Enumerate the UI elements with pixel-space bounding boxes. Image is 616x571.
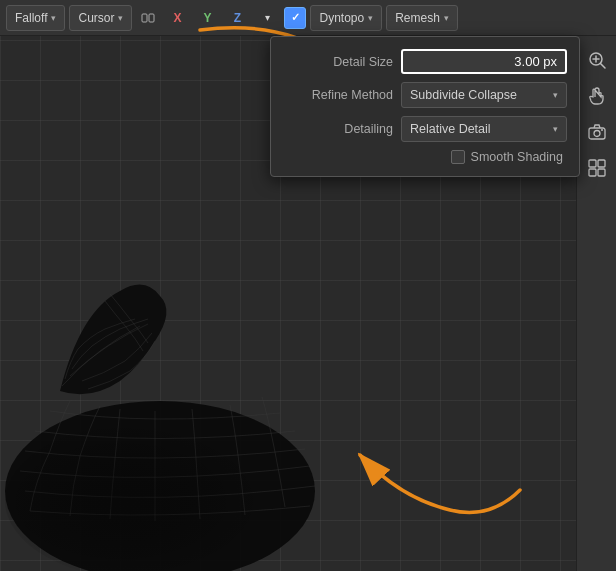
detailing-row: Detailing Relative Detail ▾: [271, 112, 579, 146]
refine-method-chevron-icon: ▾: [553, 90, 558, 100]
symmetry-icon[interactable]: [136, 5, 160, 31]
toolbar: Falloff ▾ Cursor ▾ X Y Z ▾ ✓ Dyntopo ▾ R…: [0, 0, 616, 36]
right-sidebar: [576, 36, 616, 571]
falloff-label: Falloff: [15, 11, 47, 25]
remesh-dropdown[interactable]: Remesh ▾: [386, 5, 458, 31]
svg-point-9: [594, 131, 600, 137]
svg-rect-14: [598, 169, 605, 176]
extra-chevron-icon: ▾: [265, 12, 270, 23]
refine-method-select[interactable]: Subdivide Collapse ▾: [401, 82, 567, 108]
z-axis-btn[interactable]: Z: [224, 5, 250, 31]
detailing-value: Relative Detail: [410, 122, 491, 136]
falloff-chevron-icon: ▾: [51, 13, 56, 23]
z-label: Z: [234, 11, 241, 25]
detail-size-value-container: [401, 49, 567, 74]
detailing-value-container: Relative Detail ▾: [401, 116, 567, 142]
cursor-label: Cursor: [78, 11, 114, 25]
zoom-button[interactable]: [581, 44, 613, 76]
falloff-dropdown[interactable]: Falloff ▾: [6, 5, 65, 31]
cursor-dropdown[interactable]: Cursor ▾: [69, 5, 132, 31]
svg-point-10: [601, 129, 603, 131]
detailing-label: Detailing: [283, 122, 393, 136]
detail-size-label: Detail Size: [283, 55, 393, 69]
detail-size-row: Detail Size: [271, 45, 579, 78]
refine-method-value-container: Subdivide Collapse ▾: [401, 82, 567, 108]
refine-method-value: Subdivide Collapse: [410, 88, 517, 102]
svg-rect-11: [589, 160, 596, 167]
remesh-chevron-icon: ▾: [444, 13, 449, 23]
dyntopo-panel: Detail Size Refine Method Subdivide Coll…: [270, 36, 580, 177]
camera-button[interactable]: [581, 116, 613, 148]
x-label: X: [173, 11, 181, 25]
grid-button[interactable]: [581, 152, 613, 184]
hand-button[interactable]: [581, 80, 613, 112]
refine-method-row: Refine Method Subdivide Collapse ▾: [271, 78, 579, 112]
svg-rect-12: [598, 160, 605, 167]
dyntopo-chevron-icon: ▾: [368, 13, 373, 23]
y-axis-btn[interactable]: Y: [194, 5, 220, 31]
svg-rect-2: [142, 14, 147, 22]
extra-options-btn[interactable]: ▾: [254, 5, 280, 31]
smooth-shading-label: Smooth Shading: [471, 150, 563, 164]
svg-rect-13: [589, 169, 596, 176]
y-label: Y: [203, 11, 211, 25]
smooth-shading-row: Smooth Shading: [271, 146, 579, 168]
cursor-chevron-icon: ▾: [118, 13, 123, 23]
svg-rect-3: [149, 14, 154, 22]
svg-line-5: [600, 64, 605, 69]
dyntopo-dropdown[interactable]: Dyntopo ▾: [310, 5, 382, 31]
remesh-label: Remesh: [395, 11, 440, 25]
detailing-chevron-icon: ▾: [553, 124, 558, 134]
dyntopo-checkbox[interactable]: ✓: [284, 7, 306, 29]
check-icon: ✓: [291, 11, 300, 24]
detailing-select[interactable]: Relative Detail ▾: [401, 116, 567, 142]
dyntopo-label: Dyntopo: [319, 11, 364, 25]
smooth-shading-checkbox[interactable]: [451, 150, 465, 164]
x-axis-btn[interactable]: X: [164, 5, 190, 31]
refine-method-label: Refine Method: [283, 88, 393, 102]
detail-size-input[interactable]: [401, 49, 567, 74]
